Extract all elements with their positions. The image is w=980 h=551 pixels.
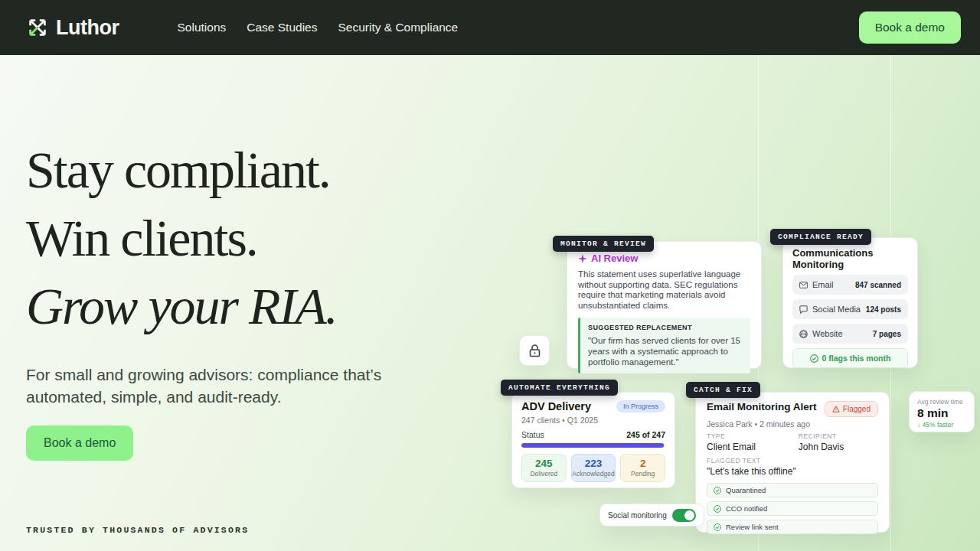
- stat-value: 223: [572, 458, 616, 469]
- luthor-asterisk-icon: [26, 16, 49, 39]
- warning-triangle-icon: [832, 406, 840, 412]
- stat-value: 2: [621, 458, 665, 469]
- headline-line-1: Stay compliant.: [26, 136, 337, 204]
- email-alert-title: Email Monitoring Alert: [707, 401, 817, 412]
- email-monitoring-alert-card: Email Monitoring Alert Flagged Jessica P…: [695, 392, 890, 533]
- headline-line-2: Win clients.: [26, 204, 337, 272]
- avg-review-time-value: 8 min: [917, 406, 966, 420]
- ai-review-card: AI Review This statement uses superlativ…: [567, 241, 762, 369]
- stat-acknowledged: 223 Acknowledged: [571, 454, 616, 482]
- trusted-by-label: TRUSTED BY THOUSANDS OF ADVISORS: [26, 525, 249, 535]
- suggested-replacement-label: SUGGESTED REPLACEMENT: [588, 324, 743, 331]
- action-label: Quarantined: [726, 486, 766, 494]
- nav-link-case-studies[interactable]: Case Studies: [247, 21, 317, 34]
- communications-monitoring-card: Communications Monitoring Email 847 scan…: [782, 237, 918, 368]
- type-label: TYPE: [707, 432, 799, 440]
- comms-row-value: 7 pages: [873, 330, 901, 338]
- social-monitoring-pill: Social monitoring: [599, 504, 704, 527]
- stat-delivered: 245 Delivered: [521, 454, 567, 482]
- tag-catch-fix: CATCH & FIX: [686, 382, 760, 398]
- stat-value: 245: [522, 458, 566, 469]
- hero-headline: Stay compliant. Win clients. Grow your R…: [26, 136, 337, 341]
- check-circle-icon: [714, 487, 721, 494]
- type-value: Client Email: [707, 442, 799, 452]
- action-label: Review link sent: [726, 523, 779, 531]
- suggested-replacement-text: "Our firm has served clients for over 15…: [588, 335, 743, 367]
- book-demo-button-nav[interactable]: Book a demo: [859, 11, 961, 44]
- headline-line-3: Grow your RIA.: [26, 272, 337, 341]
- email-alert-byline: Jessica Park • 2 minutes ago: [707, 419, 878, 429]
- tag-compliance-ready: COMPLIANCE READY: [770, 229, 871, 245]
- flagged-text-label: FLAGGED TEXT: [707, 457, 878, 465]
- action-quarantined: Quarantined: [707, 483, 878, 497]
- adv-progress-bar: [521, 443, 665, 448]
- email-recipient-cell: RECIPIENT John Davis: [799, 432, 878, 452]
- stat-label: Pending: [621, 470, 665, 478]
- social-monitoring-label: Social monitoring: [608, 511, 667, 520]
- email-alert-header: Email Monitoring Alert Flagged: [707, 401, 878, 417]
- action-review-link-sent: Review link sent: [707, 520, 878, 534]
- check-circle-icon: [714, 523, 721, 531]
- zero-flags-row: 0 flags this month: [792, 348, 908, 368]
- brand-name: Luthor: [56, 16, 119, 40]
- adv-status-value: 245 of 247: [626, 430, 665, 439]
- recipient-value: John Davis: [799, 442, 878, 452]
- suggested-replacement-box: SUGGESTED REPLACEMENT "Our firm has serv…: [578, 318, 750, 373]
- nav-link-security-compliance[interactable]: Security & Compliance: [338, 21, 458, 34]
- avg-review-time-delta: ↓ 45% faster: [917, 421, 966, 429]
- book-demo-button-hero[interactable]: Book a demo: [26, 425, 133, 461]
- ai-review-title-row: AI Review: [578, 253, 750, 264]
- action-label: CCO notified: [726, 504, 767, 513]
- comms-row-email: Email 847 scanned: [792, 275, 908, 295]
- comms-row-value: 847 scanned: [855, 281, 901, 289]
- communications-monitoring-title: Communications Monitoring: [792, 247, 908, 270]
- zero-flags-text: 0 flags this month: [822, 354, 891, 363]
- social-monitoring-toggle[interactable]: [672, 509, 696, 522]
- toggle-knob: [684, 510, 694, 520]
- in-progress-badge: In Progress: [616, 400, 665, 412]
- lock-icon: [528, 344, 541, 358]
- comms-row-social: Social Media 124 posts: [792, 299, 908, 319]
- ai-review-title: AI Review: [591, 253, 638, 264]
- lock-tile: [519, 335, 550, 366]
- avg-review-time-label: Avg review time: [917, 398, 966, 406]
- tag-automate-everything: AUTOMATE EVERYTHING: [501, 380, 618, 396]
- comms-row-label: Website: [812, 329, 843, 338]
- ai-review-body: This statement uses superlative language…: [578, 269, 750, 311]
- nav-link-solutions[interactable]: Solutions: [177, 21, 226, 34]
- stat-label: Delivered: [522, 470, 566, 478]
- stat-pending: 2 Pending: [620, 454, 665, 482]
- email-type-cell: TYPE Client Email: [707, 432, 799, 452]
- flagged-badge: Flagged: [825, 401, 878, 417]
- sparkle-icon: [578, 254, 587, 263]
- tag-monitor-review: MONITOR & REVIEW: [553, 236, 654, 252]
- adv-header: ADV Delivery In Progress: [521, 400, 665, 412]
- adv-status-label: Status: [521, 430, 544, 439]
- comms-row-website: Website 7 pages: [792, 324, 908, 344]
- adv-stats-row: 245 Delivered 223 Acknowledged 2 Pending: [521, 454, 665, 482]
- adv-delivery-card: ADV Delivery In Progress 247 clients • Q…: [511, 392, 675, 488]
- nav-links: Solutions Case Studies Security & Compli…: [177, 21, 458, 34]
- social-media-icon: [799, 305, 808, 314]
- flagged-text-value: "Let's take this offline": [707, 466, 878, 477]
- avg-review-time-card: Avg review time 8 min ↓ 45% faster: [909, 391, 975, 432]
- adv-title: ADV Delivery: [521, 400, 591, 412]
- adv-progress-fill: [521, 443, 664, 448]
- website-icon: [799, 330, 808, 338]
- top-navigation: Luthor Solutions Case Studies Security &…: [0, 0, 980, 55]
- flagged-text-block: FLAGGED TEXT "Let's take this offline": [707, 457, 878, 477]
- flagged-badge-text: Flagged: [843, 405, 871, 413]
- recipient-label: RECIPIENT: [799, 432, 878, 440]
- email-alert-meta: TYPE Client Email RECIPIENT John Davis: [707, 432, 878, 452]
- check-circle-icon: [810, 354, 818, 363]
- check-circle-icon: [714, 505, 721, 513]
- hero-section: Stay compliant. Win clients. Grow your R…: [0, 55, 980, 551]
- comms-row-label: Email: [812, 280, 834, 289]
- hero-subtext: For small and growing advisors: complian…: [26, 364, 401, 408]
- comms-row-value: 124 posts: [866, 305, 901, 314]
- action-cco-notified: CCO notified: [707, 501, 878, 516]
- stat-label: Acknowledged: [572, 470, 616, 478]
- email-alert-actions: Quarantined CCO notified Review link sen…: [707, 483, 878, 534]
- adv-status-row: Status 245 of 247: [521, 430, 665, 439]
- brand-logo[interactable]: Luthor: [26, 16, 119, 40]
